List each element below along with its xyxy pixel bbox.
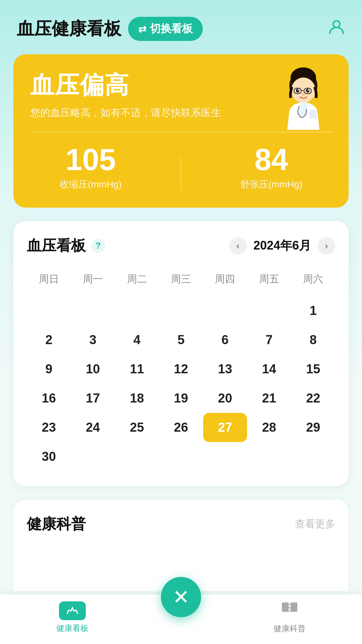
calendar-day[interactable]: 29 (291, 413, 335, 442)
calendar-day[interactable]: 30 (27, 442, 71, 471)
bp-status-label: 血压偏高 (30, 69, 221, 101)
calendar-day[interactable]: 22 (291, 384, 335, 413)
help-icon[interactable]: ? (91, 239, 105, 253)
svg-rect-14 (282, 602, 289, 612)
view-more-link[interactable]: 查看更多 (295, 517, 335, 531)
switch-board-button[interactable]: ⇄ 切换看板 (128, 17, 203, 41)
calendar-day (203, 442, 247, 471)
doctor-figure (268, 61, 339, 131)
calendar-title: 血压看板 (27, 236, 86, 256)
calendar-day (247, 442, 291, 471)
systolic-value: 105 (60, 145, 122, 175)
calendar-day[interactable]: 4 (115, 325, 159, 355)
calendar-day[interactable]: 21 (247, 384, 291, 413)
calendar-title-row: 血压看板 ? (27, 236, 105, 256)
app-title: 血压健康看板 (17, 17, 121, 41)
calendar-weekday: 周一 (71, 269, 115, 296)
bp-values-row: 105 收缩压(mmHg) 84 舒张压(mmHg) (30, 145, 332, 191)
calendar-day[interactable]: 19 (159, 384, 203, 413)
app-header: 血压健康看板 ⇄ 切换看板 (0, 0, 362, 51)
svg-rect-15 (291, 602, 297, 612)
calendar-day[interactable]: 14 (247, 355, 291, 384)
calendar-day[interactable]: 18 (115, 384, 159, 413)
calendar-day (71, 442, 115, 471)
calendar-day[interactable]: 2 (27, 325, 71, 355)
calendar-day[interactable]: 25 (115, 413, 159, 442)
svg-point-11 (308, 89, 309, 91)
calendar-day[interactable]: 10 (71, 355, 115, 384)
health-header: 健康科普 查看更多 (27, 514, 335, 534)
calendar-day[interactable]: 8 (291, 325, 335, 355)
fab-close-button[interactable]: ✕ (161, 577, 201, 617)
calendar-day[interactable]: 1 (291, 296, 335, 325)
calendar-day[interactable]: 24 (71, 413, 115, 442)
calendar-weekday: 周三 (159, 269, 203, 296)
bp-card-divider (30, 132, 332, 132)
svg-point-10 (298, 89, 299, 91)
nav-label-health-board: 健康看板 (56, 623, 88, 634)
calendar-day (71, 296, 115, 325)
calendar-grid: 周日周一周二周三周四周五周六12345678910111213141516171… (27, 269, 335, 471)
calendar-day (115, 442, 159, 471)
calendar-day (115, 296, 159, 325)
diastolic-group: 84 舒张压(mmHg) (240, 145, 302, 191)
calendar-day[interactable]: 26 (159, 413, 203, 442)
nav-item-health-science[interactable]: 健康科普 (217, 601, 362, 634)
bp-subtitle-text: 您的血压略高，如有不适，请尽快联系医生 (30, 106, 221, 120)
calendar-day[interactable]: 3 (71, 325, 115, 355)
user-avatar-icon[interactable] (328, 18, 345, 40)
calendar-day[interactable]: 15 (291, 355, 335, 384)
systolic-label: 收缩压(mmHg) (60, 178, 122, 191)
calendar-day[interactable]: 5 (159, 325, 203, 355)
svg-point-0 (333, 21, 340, 28)
calendar-day[interactable]: 9 (27, 355, 71, 384)
fab-icon: ✕ (173, 585, 189, 609)
nav-label-health-science: 健康科普 (274, 623, 306, 634)
calendar-day[interactable]: 16 (27, 384, 71, 413)
calendar-day (27, 296, 71, 325)
calendar-day[interactable]: 12 (159, 355, 203, 384)
systolic-group: 105 收缩压(mmHg) (60, 145, 122, 191)
switch-label: 切换看板 (150, 21, 193, 36)
calendar-day (159, 296, 203, 325)
calendar-day (159, 442, 203, 471)
calendar-day[interactable]: 28 (247, 413, 291, 442)
calendar-day[interactable]: 13 (203, 355, 247, 384)
diastolic-value: 84 (240, 145, 302, 175)
svg-point-9 (306, 89, 309, 93)
bp-values-divider (181, 157, 181, 191)
health-title: 健康科普 (27, 514, 86, 534)
calendar-card: 血压看板 ? ‹ 2024年6月 › 周日周一周二周三周四周五周六1234567… (13, 221, 349, 486)
bp-card-top: 血压偏高 您的血压略高，如有不适，请尽快联系医生 (30, 69, 332, 120)
bp-text-block: 血压偏高 您的血压略高，如有不适，请尽快联系医生 (30, 69, 221, 120)
calendar-day[interactable]: 6 (203, 325, 247, 355)
calendar-day (291, 442, 335, 471)
calendar-weekday: 周六 (291, 269, 335, 296)
svg-point-8 (296, 89, 299, 93)
svg-rect-13 (309, 110, 317, 119)
calendar-day[interactable]: 27 (203, 413, 247, 442)
health-science-icon (281, 601, 299, 621)
calendar-weekday: 周五 (247, 269, 291, 296)
calendar-day[interactable]: 23 (27, 413, 71, 442)
svg-point-7 (302, 93, 305, 96)
health-board-icon-bg (59, 601, 86, 620)
calendar-day[interactable]: 20 (203, 384, 247, 413)
calendar-day[interactable]: 17 (71, 384, 115, 413)
next-month-button[interactable]: › (318, 237, 335, 255)
diastolic-label: 舒张压(mmHg) (240, 178, 302, 191)
nav-item-health-board[interactable]: 健康看板 (0, 601, 145, 634)
calendar-weekday: 周日 (27, 269, 71, 296)
calendar-day (247, 296, 291, 325)
bp-status-card: 血压偏高 您的血压略高，如有不适，请尽快联系医生 (13, 54, 349, 208)
calendar-weekday: 周二 (115, 269, 159, 296)
month-label: 2024年6月 (253, 237, 311, 254)
calendar-day[interactable]: 11 (115, 355, 159, 384)
month-nav: ‹ 2024年6月 › (229, 237, 335, 255)
calendar-day[interactable]: 7 (247, 325, 291, 355)
calendar-header: 血压看板 ? ‹ 2024年6月 › (27, 236, 335, 256)
calendar-weekday: 周四 (203, 269, 247, 296)
prev-month-button[interactable]: ‹ (229, 237, 247, 255)
calendar-day (203, 296, 247, 325)
switch-icon: ⇄ (138, 23, 146, 35)
